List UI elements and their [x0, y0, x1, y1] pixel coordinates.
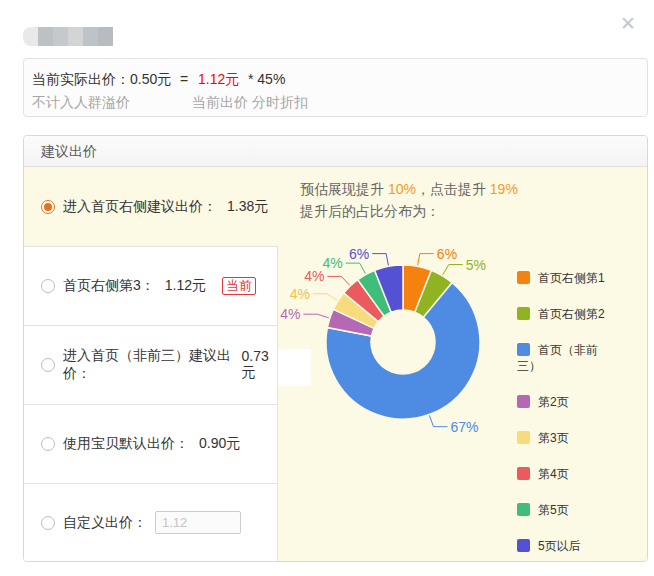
- pie-label-line: [372, 254, 388, 266]
- legend-item[interactable]: 首页右侧第1: [517, 270, 607, 286]
- option-value: 0.90元: [199, 435, 240, 453]
- current-bid-value: 1.12元: [198, 68, 239, 91]
- panel-title: 建议出价: [24, 136, 647, 167]
- estimate-prefix: 预估展现提升: [300, 181, 388, 197]
- option-homepage-right-suggested[interactable]: 进入首页右侧建议出价： 1.38元: [24, 167, 278, 246]
- legend-item[interactable]: 第4页: [517, 466, 607, 482]
- estimate-middle: ，点击提升: [416, 181, 490, 197]
- option-item-default-bid[interactable]: 使用宝贝默认出价： 0.90元: [24, 404, 278, 483]
- chart-legend: 首页右侧第1首页右侧第2首页（非前三）第2页第3页第4页第5页5页以后: [517, 270, 613, 562]
- pie-label: 5%: [466, 257, 486, 273]
- legend-label: 第5页: [538, 503, 569, 517]
- legend-swatch-icon: [517, 539, 530, 552]
- pie-label-line: [346, 263, 366, 274]
- current-badge: 当前: [222, 277, 256, 295]
- click-lift-value: 19%: [490, 181, 518, 197]
- estimate-line2: 提升后的占比分布为：: [300, 203, 440, 219]
- legend-label: 5页以后: [538, 539, 581, 553]
- radio-selected-icon[interactable]: [41, 200, 55, 214]
- pie-label: 4%: [290, 286, 310, 302]
- option-label: 使用宝贝默认出价：: [63, 435, 189, 453]
- option-homepage-not-top3[interactable]: 进入首页（非前三）建议出价： 0.73元: [24, 325, 278, 404]
- actual-bid-label: 当前实际出价：0.50元: [32, 68, 171, 91]
- option-label: 首页右侧第3：: [63, 277, 155, 295]
- legend-swatch-icon: [517, 431, 530, 444]
- pie-label-line: [443, 265, 463, 275]
- pie-label-line: [418, 254, 434, 266]
- option-value: 1.38元: [227, 198, 268, 216]
- option-custom-bid[interactable]: 自定义出价：: [24, 483, 278, 561]
- option-label: 进入首页右侧建议出价：: [63, 198, 217, 216]
- pie-label: 6%: [437, 246, 457, 262]
- donut-chart: 6%5%67%4%4%4%4%6%: [272, 231, 522, 441]
- legend-item[interactable]: 首页右侧第2: [517, 306, 607, 322]
- bid-options: 进入首页右侧建议出价： 1.38元 首页右侧第3： 1.12元 当前 进入首页（…: [24, 167, 278, 561]
- suggestion-panel: 建议出价 进入首页右侧建议出价： 1.38元 首页右侧第3： 1.12元 当前 …: [23, 135, 648, 562]
- legend-swatch-icon: [517, 271, 530, 284]
- legend-item[interactable]: 第2页: [517, 394, 607, 410]
- redacted-title: [23, 27, 113, 46]
- impression-lift-value: 10%: [388, 181, 416, 197]
- summary-formula: 当前实际出价：0.50元 = 1.12元 * 45%: [32, 68, 647, 91]
- option-label: 进入首页（非前三）建议出价：: [63, 347, 232, 383]
- pie-label: 4%: [322, 255, 342, 271]
- pie-label: 67%: [450, 419, 478, 435]
- legend-item[interactable]: 第3页: [517, 430, 607, 446]
- legend-item[interactable]: 5页以后: [517, 538, 607, 554]
- legend-swatch-icon: [517, 395, 530, 408]
- radio-icon[interactable]: [41, 516, 55, 530]
- note-no-premium: 不计入人群溢价: [32, 91, 130, 114]
- legend-swatch-icon: [517, 343, 530, 356]
- close-icon[interactable]: ✕: [616, 12, 640, 36]
- legend-label: 第3页: [538, 431, 569, 445]
- pie-label: 4%: [304, 268, 324, 284]
- pie-label: 4%: [280, 306, 300, 322]
- radio-icon[interactable]: [41, 437, 55, 451]
- panel-body: 进入首页右侧建议出价： 1.38元 首页右侧第3： 1.12元 当前 进入首页（…: [24, 167, 647, 561]
- legend-label: 第2页: [538, 395, 569, 409]
- bid-suggestion-dialog: { "dialog": { "close_icon": "\u2715" }, …: [0, 0, 654, 576]
- legend-swatch-icon: [517, 307, 530, 320]
- option-value: 1.12元: [165, 277, 206, 295]
- pie-label-line: [429, 415, 447, 426]
- estimate-text: 预估展现提升 10%，点击提升 19% 提升后的占比分布为：: [278, 167, 647, 222]
- legend-label: 第4页: [538, 467, 569, 481]
- multiplier: * 45%: [248, 68, 285, 91]
- legend-swatch-icon: [517, 503, 530, 516]
- equals-sign: =: [180, 68, 188, 91]
- legend-swatch-icon: [517, 467, 530, 480]
- legend-label: 首页右侧第2: [538, 307, 605, 321]
- legend-item[interactable]: 首页（非前三）: [517, 342, 607, 374]
- note-time-discount: 分时折扣: [252, 91, 308, 114]
- pie-label-line: [303, 314, 328, 318]
- distribution-chart-panel: 预估展现提升 10%，点击提升 19% 提升后的占比分布为： 6%5%67%4%…: [278, 167, 647, 561]
- option-homepage-right-3rd[interactable]: 首页右侧第3： 1.12元 当前: [24, 246, 278, 325]
- pie-label-line: [313, 294, 337, 300]
- legend-label: 首页右侧第1: [538, 271, 605, 285]
- pie-label-line: [327, 276, 349, 285]
- summary-notes: 不计入人群溢价 当前出价 分时折扣: [32, 91, 647, 114]
- option-label: 自定义出价：: [63, 514, 147, 532]
- radio-icon[interactable]: [41, 279, 55, 293]
- pie-label: 6%: [349, 246, 369, 262]
- note-current-bid: 当前出价: [192, 91, 248, 114]
- legend-item[interactable]: 第5页: [517, 502, 607, 518]
- current-bid-summary: 当前实际出价：0.50元 = 1.12元 * 45% 不计入人群溢价 当前出价 …: [23, 58, 648, 117]
- radio-icon[interactable]: [41, 358, 55, 372]
- custom-bid-input[interactable]: [155, 511, 241, 534]
